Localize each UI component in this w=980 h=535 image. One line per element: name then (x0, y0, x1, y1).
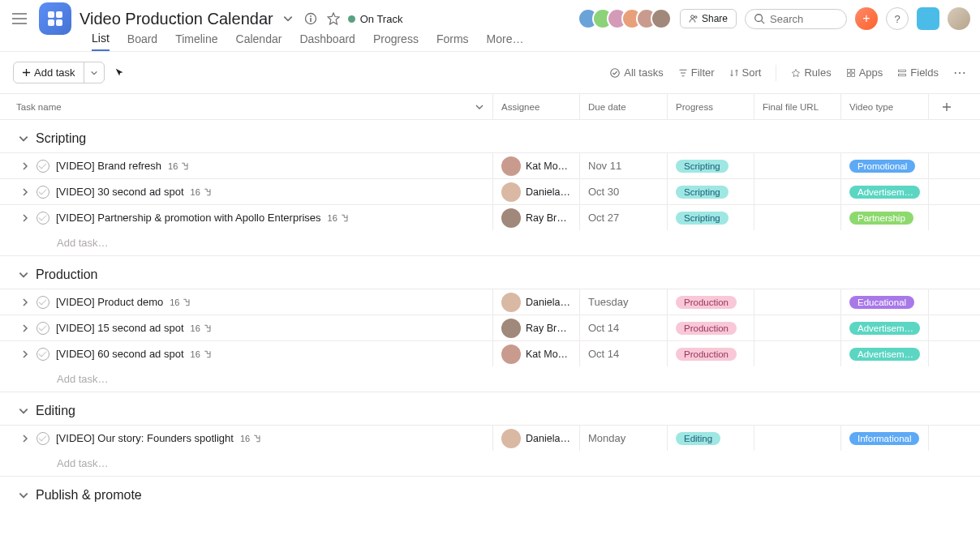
column-assignee[interactable]: Assignee (493, 94, 580, 119)
fields-button[interactable]: Fields (897, 66, 939, 79)
chevron-down-icon (475, 102, 484, 112)
task-row[interactable]: [VIDEO] Product demo 16 Daniela Var… Tue… (0, 289, 980, 315)
final-url-cell[interactable] (754, 426, 841, 451)
due-date[interactable]: Oct 30 (580, 179, 668, 204)
assignee-avatar (501, 319, 521, 338)
final-url-cell[interactable] (754, 341, 841, 366)
final-url-cell[interactable] (754, 179, 841, 204)
assignee-avatar (501, 182, 521, 202)
task-name: [VIDEO] Partnership & promotion with Apo… (56, 212, 321, 224)
help-button[interactable]: ? (886, 7, 909, 30)
global-add-button[interactable]: + (855, 7, 878, 30)
progress-pill[interactable]: Production (676, 322, 737, 335)
section-toggle[interactable] (18, 133, 29, 144)
tab-timeline[interactable]: Timeline (175, 32, 217, 50)
subtask-count: 16 (191, 187, 213, 197)
add-task-button[interactable]: Add task (14, 62, 84, 83)
filter-button[interactable]: Filter (678, 66, 715, 79)
column-task-name[interactable]: Task name (0, 94, 493, 119)
hamburger-icon[interactable] (10, 9, 29, 28)
workspace-badge[interactable] (917, 7, 939, 30)
complete-checkbox[interactable] (37, 212, 49, 225)
tab-dashboard[interactable]: Dashboard (299, 32, 355, 50)
add-task-inline[interactable]: Add task… (0, 366, 980, 392)
section-toggle[interactable] (18, 269, 29, 280)
due-date[interactable]: Oct 14 (580, 341, 668, 366)
final-url-cell[interactable] (754, 289, 841, 315)
due-date[interactable]: Oct 14 (580, 315, 668, 340)
complete-checkbox[interactable] (37, 186, 49, 199)
status-pill[interactable]: On Track (348, 13, 403, 25)
expand-icon[interactable] (20, 297, 30, 307)
expand-icon[interactable] (20, 187, 30, 197)
search-box[interactable] (745, 9, 847, 29)
video-type-pill[interactable]: Informational (849, 432, 919, 445)
due-date[interactable]: Monday (580, 426, 668, 451)
column-final-url[interactable]: Final file URL (754, 94, 841, 119)
apps-button[interactable]: Apps (846, 66, 883, 79)
progress-pill[interactable]: Production (676, 348, 737, 361)
task-row[interactable]: [VIDEO] Brand refresh 16 Kat Mooney Nov … (0, 152, 980, 178)
tab-progress[interactable]: Progress (373, 32, 419, 50)
share-button[interactable]: Share (680, 9, 737, 28)
progress-pill[interactable]: Scripting (676, 212, 729, 225)
all-tasks-filter[interactable]: All tasks (609, 66, 663, 79)
video-type-pill[interactable]: Advertisem… (849, 348, 920, 361)
section-toggle[interactable] (18, 490, 29, 501)
section-toggle[interactable] (18, 405, 29, 417)
due-date[interactable]: Tuesday (580, 289, 668, 315)
assignee-avatar (501, 293, 521, 312)
task-row[interactable]: [VIDEO] Our story: Founders spotlight 16… (0, 425, 980, 451)
tab-board[interactable]: Board (127, 32, 157, 50)
rules-button[interactable]: Rules (791, 66, 831, 79)
chevron-down-icon[interactable] (280, 11, 296, 27)
video-type-pill[interactable]: Educational (849, 296, 914, 309)
add-task-inline[interactable]: Add task… (0, 230, 980, 256)
task-row[interactable]: [VIDEO] 30 second ad spot 16 Daniela Var… (0, 178, 980, 204)
tab-more[interactable]: More… (487, 32, 524, 50)
expand-icon[interactable] (20, 213, 30, 223)
user-avatar[interactable] (948, 7, 970, 30)
sort-button[interactable]: Sort (729, 66, 762, 79)
column-due-date[interactable]: Due date (580, 94, 668, 119)
column-progress[interactable]: Progress (668, 94, 754, 119)
subtask-count: 16 (168, 161, 190, 171)
progress-pill[interactable]: Scripting (676, 186, 729, 199)
star-icon[interactable] (325, 11, 342, 27)
complete-checkbox[interactable] (37, 160, 49, 173)
task-row[interactable]: [VIDEO] 15 second ad spot 16 Ray Brooks … (0, 315, 980, 340)
expand-icon[interactable] (20, 323, 30, 333)
tab-list[interactable]: List (92, 32, 110, 51)
more-actions-button[interactable]: ⋯ (953, 65, 967, 80)
add-task-inline[interactable]: Add task… (0, 451, 980, 477)
add-task-dropdown[interactable] (84, 62, 104, 83)
due-date[interactable]: Nov 11 (580, 153, 668, 178)
progress-pill[interactable]: Scripting (676, 160, 729, 173)
expand-icon[interactable] (20, 161, 30, 171)
complete-checkbox[interactable] (37, 432, 49, 445)
final-url-cell[interactable] (754, 205, 841, 230)
info-icon[interactable] (303, 11, 319, 27)
column-video-type[interactable]: Video type (841, 94, 929, 119)
progress-pill[interactable]: Editing (676, 432, 720, 445)
due-date[interactable]: Oct 27 (580, 205, 668, 230)
complete-checkbox[interactable] (37, 348, 49, 361)
task-row[interactable]: [VIDEO] Partnership & promotion with Apo… (0, 204, 980, 230)
tab-calendar[interactable]: Calendar (236, 32, 282, 50)
video-type-pill[interactable]: Advertisem… (849, 322, 920, 335)
tab-forms[interactable]: Forms (436, 32, 469, 50)
video-type-pill[interactable]: Partnership (849, 212, 913, 225)
final-url-cell[interactable] (754, 153, 841, 178)
expand-icon[interactable] (20, 434, 30, 443)
complete-checkbox[interactable] (37, 322, 49, 335)
member-avatars[interactable] (578, 8, 672, 29)
video-type-pill[interactable]: Advertisem… (849, 186, 920, 199)
task-row[interactable]: [VIDEO] 60 second ad spot 16 Kat Mooney … (0, 340, 980, 366)
add-column-button[interactable] (929, 94, 964, 119)
video-type-pill[interactable]: Promotional (849, 160, 915, 173)
final-url-cell[interactable] (754, 315, 841, 340)
progress-pill[interactable]: Production (676, 296, 737, 309)
search-input[interactable] (770, 13, 835, 25)
complete-checkbox[interactable] (37, 296, 49, 309)
expand-icon[interactable] (20, 349, 30, 359)
